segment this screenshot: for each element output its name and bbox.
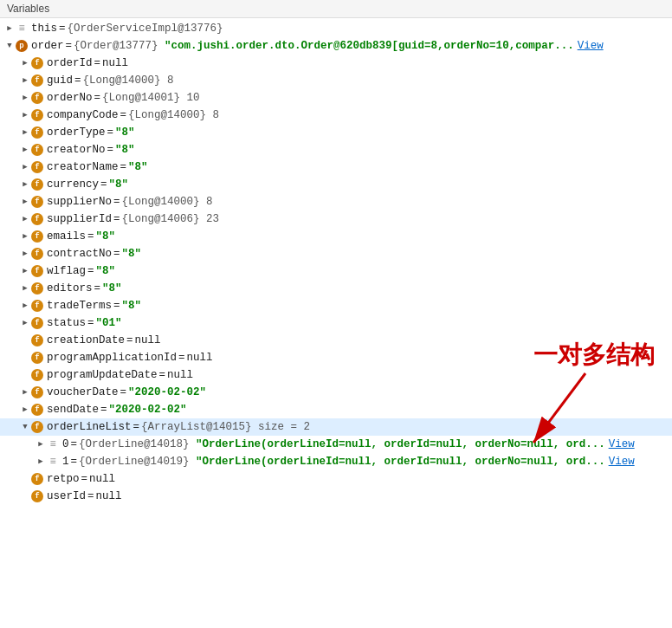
- var-row-creatorName[interactable]: fcreatorName = "8": [0, 159, 672, 176]
- badge-retpo: f: [31, 473, 43, 485]
- var-row-creatorNo[interactable]: fcreatorNo = "8": [0, 141, 672, 159]
- badge-programApplicationId: f: [31, 352, 43, 364]
- badge-userId: f: [31, 490, 43, 502]
- var-value-contractNo: "8": [122, 246, 142, 262]
- var-value-programApplicationId: null: [187, 350, 213, 366]
- expand-arrow-supplierId[interactable]: [19, 213, 31, 225]
- var-row-sendDate[interactable]: fsendDate = "2020-02-02": [0, 401, 672, 418]
- var-eq-creatorName: =: [120, 159, 127, 175]
- var-value-guid: {Long@14000} 8: [83, 73, 174, 88]
- var-eq-editors: =: [94, 281, 101, 296]
- var-value-sendDate: "2020-02-02": [109, 402, 187, 418]
- expand-arrow-editors[interactable]: [19, 282, 31, 295]
- badge-orderNo: f: [31, 92, 43, 104]
- var-row-programUpdateDate[interactable]: fprogramUpdateDate = null: [0, 366, 672, 384]
- var-eq-orderType: =: [107, 125, 114, 140]
- var-row-companyCode[interactable]: fcompanyCode = {Long@14000} 8: [0, 107, 672, 124]
- badge-orderLineList: f: [31, 421, 43, 433]
- var-value-editors: "8": [102, 281, 122, 296]
- expand-arrow-companyCode[interactable]: [19, 109, 31, 121]
- var-row-supplierNo[interactable]: fsupplierNo = {Long@14000} 8: [0, 193, 672, 210]
- var-name-order: order: [31, 38, 64, 54]
- expand-arrow-orderLineList[interactable]: [19, 421, 31, 433]
- var-name-programUpdateDate: programUpdateDate: [47, 367, 158, 383]
- expand-arrow-creatorNo[interactable]: [19, 144, 31, 156]
- badge-guid: f: [31, 74, 43, 87]
- expand-arrow-creatorName[interactable]: [19, 161, 31, 173]
- expand-arrow-currency[interactable]: [19, 178, 31, 191]
- var-row-retpo[interactable]: fretpo = null: [0, 470, 672, 488]
- expand-arrow-supplierNo[interactable]: [19, 196, 31, 208]
- var-value-orderId: null: [102, 55, 128, 71]
- expand-arrow-orderType[interactable]: [19, 126, 31, 139]
- var-row-this[interactable]: this = {OrderServiceImpl@13776}: [0, 20, 672, 37]
- expand-arrow-status[interactable]: [19, 317, 31, 329]
- var-row-emails[interactable]: femails = "8": [0, 228, 672, 245]
- var-name-voucherDate: voucherDate: [47, 385, 119, 400]
- expand-arrow-emails[interactable]: [19, 230, 31, 243]
- badge-editors: f: [31, 282, 43, 295]
- var-name-orderId: orderId: [47, 55, 93, 71]
- badge-voucherDate: f: [31, 386, 43, 398]
- expand-arrow-sendDate[interactable]: [19, 404, 31, 416]
- var-eq-userId: =: [87, 489, 94, 504]
- view-link-orderline1[interactable]: View: [609, 454, 635, 469]
- var-name-programApplicationId: programApplicationId: [47, 350, 177, 366]
- var-row-orderId[interactable]: forderId = null: [0, 55, 672, 72]
- var-name-orderLineList: orderLineList: [47, 419, 132, 435]
- var-row-wlflag[interactable]: fwlflag = "8": [0, 262, 672, 280]
- var-row-orderType[interactable]: forderType = "8": [0, 124, 672, 141]
- expand-arrow-order[interactable]: [3, 40, 16, 52]
- var-row-status[interactable]: fstatus = "01": [0, 314, 672, 332]
- var-row-orderline0[interactable]: 0 = {OrderLine@14018} "OrderLine(orderLi…: [0, 436, 672, 453]
- expand-arrow-wlflag[interactable]: [19, 265, 31, 277]
- expand-arrow-contractNo[interactable]: [19, 248, 31, 260]
- expand-arrow-tradeTerms[interactable]: [19, 300, 31, 312]
- var-row-supplierId[interactable]: fsupplierId = {Long@14006} 23: [0, 210, 672, 228]
- expand-arrow-guid[interactable]: [19, 74, 31, 87]
- var-name-guid: guid: [47, 73, 73, 88]
- badge-creatorNo: f: [31, 144, 43, 156]
- var-row-programApplicationId[interactable]: fprogramApplicationId = null: [0, 349, 672, 366]
- var-row-order[interactable]: porder = {Order@13777} "com.jushi.order.…: [0, 37, 672, 55]
- var-name-tradeTerms: tradeTerms: [47, 298, 112, 314]
- variables-panel: 一对多结构 this = {OrderServiceImpl@13776}por…: [0, 18, 672, 507]
- var-value-tradeTerms: "8": [122, 298, 142, 314]
- var-row-currency[interactable]: fcurrency = "8": [0, 176, 672, 193]
- var-eq-creationDate: =: [126, 333, 133, 348]
- expand-arrow-this[interactable]: [3, 23, 16, 35]
- expand-arrow-orderline1[interactable]: [35, 456, 47, 468]
- badge-currency: f: [31, 178, 43, 191]
- view-link-order[interactable]: View: [578, 38, 604, 54]
- var-row-guid[interactable]: fguid = {Long@14000} 8: [0, 72, 672, 89]
- var-name-retpo: retpo: [47, 471, 80, 487]
- var-value-wlflag: "8": [96, 263, 116, 279]
- var-row-editors[interactable]: feditors = "8": [0, 280, 672, 297]
- var-row-orderline1[interactable]: 1 = {OrderLine@14019} "OrderLine(orderLi…: [0, 453, 672, 470]
- var-row-contractNo[interactable]: fcontractNo = "8": [0, 245, 672, 262]
- var-value-orderNo: {Long@14001} 10: [102, 90, 200, 106]
- var-row-creationDate[interactable]: fcreationDate = null: [0, 332, 672, 349]
- var-row-voucherDate[interactable]: fvoucherDate = "2020-02-02": [0, 384, 672, 401]
- var-row-orderLineList[interactable]: forderLineList = {ArrayList@14015} size …: [0, 418, 672, 436]
- var-value-programUpdateDate: null: [167, 367, 193, 383]
- var-eq-orderline0: =: [71, 437, 78, 452]
- var-eq-status: =: [87, 315, 94, 331]
- expand-arrow-voucherDate[interactable]: [19, 386, 31, 398]
- badge-supplierId: f: [31, 213, 43, 225]
- expand-arrow-orderline0[interactable]: [35, 438, 47, 450]
- expand-arrow-orderId[interactable]: [19, 57, 31, 69]
- panel-header: Variables: [0, 0, 672, 18]
- view-link-orderline0[interactable]: View: [609, 437, 635, 452]
- var-eq-voucherDate: =: [120, 385, 127, 400]
- var-name-wlflag: wlflag: [47, 263, 86, 279]
- var-eq-emails: =: [87, 229, 94, 244]
- var-row-tradeTerms[interactable]: ftradeTerms = "8": [0, 297, 672, 314]
- var-name-emails: emails: [47, 229, 86, 244]
- var-row-userId[interactable]: fuserId = null: [0, 488, 672, 505]
- panel: Variables 一对多结构 this = {OrderServiceImpl…: [0, 0, 672, 507]
- var-row-orderNo[interactable]: forderNo = {Long@14001} 10: [0, 89, 672, 107]
- var-eq-orderLineList: =: [133, 419, 140, 435]
- expand-arrow-orderNo[interactable]: [19, 92, 31, 104]
- var-name-supplierId: supplierId: [47, 211, 112, 227]
